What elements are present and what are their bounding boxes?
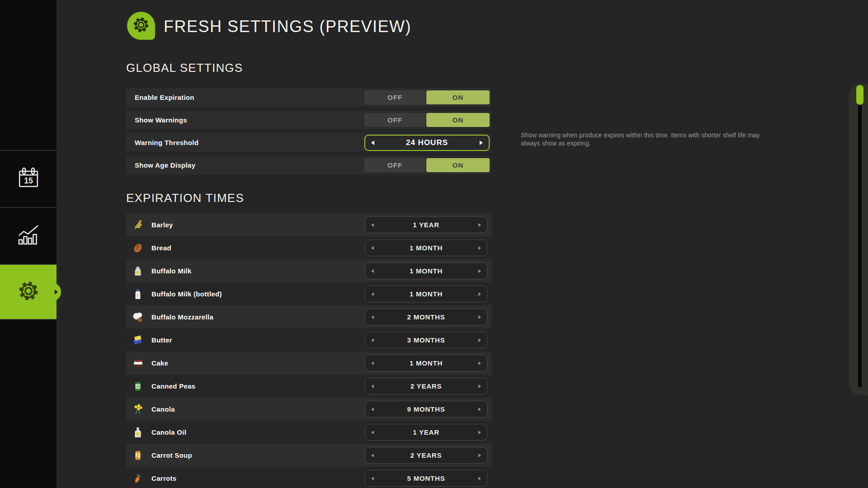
item-expiration-stepper[interactable]: 1 MONTH <box>365 286 487 302</box>
item-expiration-stepper[interactable]: 3 MONTHS <box>365 332 487 348</box>
setting-row-enable-expiration: Enable Expiration OFF ON <box>126 88 491 107</box>
stepper-left-arrow-icon[interactable] <box>371 292 374 296</box>
list-item: Buffalo Milk 1 MONTH <box>126 259 491 282</box>
stepper-value: 2 MONTHS <box>407 313 445 321</box>
stepper-left-arrow-icon[interactable] <box>371 315 374 319</box>
list-item: Canola 9 MONTHS <box>126 398 491 421</box>
item-expiration-stepper[interactable]: 1 MONTH <box>365 263 487 279</box>
stepper-value: 1 MONTH <box>410 290 443 298</box>
bread-icon <box>132 242 144 254</box>
carrot-icon <box>132 473 144 484</box>
stepper-left-arrow-icon[interactable] <box>371 141 374 145</box>
item-label: Canola Oil <box>151 428 186 436</box>
stepper-right-arrow-icon[interactable] <box>478 454 481 457</box>
mozzarella-icon <box>132 311 144 323</box>
stepper-left-arrow-icon[interactable] <box>371 385 374 388</box>
show-warnings-toggle: OFF ON <box>364 113 490 127</box>
stepper-right-arrow-icon[interactable] <box>478 269 481 273</box>
stepper-right-arrow-icon[interactable] <box>478 292 481 296</box>
canned-peas-icon <box>132 380 144 392</box>
item-expiration-stepper[interactable]: 5 MONTHS <box>365 470 487 487</box>
stepper-right-arrow-icon[interactable] <box>480 141 483 145</box>
stepper-value: 9 MONTHS <box>407 405 445 413</box>
stepper-value: 1 YEAR <box>413 428 439 436</box>
gear-icon <box>131 14 151 37</box>
stepper-left-arrow-icon[interactable] <box>371 477 374 480</box>
toggle-on-button[interactable]: ON <box>426 113 490 127</box>
setting-row-show-warnings: Show Warnings OFF ON <box>126 111 491 129</box>
stepper-value: 1 MONTH <box>410 359 443 367</box>
sidebar-tab-statistics[interactable] <box>0 207 57 263</box>
item-expiration-stepper[interactable]: 1 YEAR <box>365 424 487 441</box>
stepper-right-arrow-icon[interactable] <box>478 431 481 434</box>
setting-row-show-age-display: Show Age Display OFF ON <box>126 156 491 174</box>
stepper-left-arrow-icon[interactable] <box>371 454 374 457</box>
expiration-list: Barley 1 YEAR Bread 1 MONTH Buffalo Milk… <box>126 213 491 488</box>
item-expiration-stepper[interactable]: 9 MONTHS <box>365 401 487 418</box>
active-tab-arrow-icon <box>55 290 58 294</box>
setting-label: Show Warnings <box>126 116 187 124</box>
toggle-on-button[interactable]: ON <box>426 90 490 104</box>
item-label: Buffalo Mozzarella <box>151 313 213 321</box>
item-label: Canola <box>151 405 175 413</box>
stepper-value: 1 YEAR <box>413 221 439 229</box>
setting-tooltip-text: Show warning when produce expires within… <box>521 131 776 147</box>
stepper-right-arrow-icon[interactable] <box>478 223 481 227</box>
stepper-left-arrow-icon[interactable] <box>371 223 374 227</box>
item-expiration-stepper[interactable]: 1 MONTH <box>365 239 487 256</box>
show-age-display-toggle: OFF ON <box>364 158 490 172</box>
scroll-panel <box>849 84 868 395</box>
sidebar-tab-calendar[interactable]: 15 <box>0 150 57 206</box>
item-expiration-stepper[interactable]: 2 YEARS <box>365 447 487 464</box>
stepper-right-arrow-icon[interactable] <box>478 246 481 250</box>
item-label: Buffalo Milk (bottled) <box>151 290 222 298</box>
toggle-off-button[interactable]: OFF <box>364 113 425 127</box>
stepper-right-arrow-icon[interactable] <box>478 315 481 319</box>
item-label: Barley <box>151 221 173 229</box>
item-expiration-stepper[interactable]: 1 MONTH <box>365 355 487 371</box>
list-item: Buffalo Milk (bottled) 1 MONTH <box>126 282 491 305</box>
expiration-times-heading: EXPIRATION TIMES <box>126 191 244 205</box>
sidebar-tab-settings-active[interactable] <box>0 264 57 320</box>
setting-row-warning-threshold: Warning Threshold 24 HOURS <box>126 133 491 152</box>
gear-icon <box>15 278 42 306</box>
calendar-day-label: 15 <box>24 176 33 185</box>
stepper-right-arrow-icon[interactable] <box>478 338 481 342</box>
item-expiration-stepper[interactable]: 2 YEARS <box>365 378 487 394</box>
toggle-off-button[interactable]: OFF <box>364 90 425 104</box>
stepper-left-arrow-icon[interactable] <box>371 408 374 411</box>
scrollbar-thumb[interactable] <box>856 85 863 105</box>
stepper-left-arrow-icon[interactable] <box>371 431 374 434</box>
stepper-right-arrow-icon[interactable] <box>478 408 481 411</box>
global-settings-heading: GLOBAL SETTINGS <box>126 61 243 75</box>
list-item: Carrots 5 MONTHS <box>126 467 491 488</box>
stepper-value: 5 MONTHS <box>407 474 445 482</box>
cake-icon <box>132 357 144 369</box>
list-item: Bread 1 MONTH <box>126 236 491 259</box>
item-expiration-stepper[interactable]: 1 YEAR <box>365 216 487 233</box>
stepper-left-arrow-icon[interactable] <box>371 269 374 273</box>
setting-label: Warning Threshold <box>126 139 198 146</box>
stepper-right-arrow-icon[interactable] <box>478 477 481 480</box>
bar-chart-icon <box>16 222 41 249</box>
item-expiration-stepper[interactable]: 2 MONTHS <box>365 309 487 325</box>
stepper-left-arrow-icon[interactable] <box>371 338 374 342</box>
item-label: Carrot Soup <box>151 451 192 459</box>
item-label: Canned Peas <box>151 382 196 390</box>
oil-jug-icon <box>132 427 144 438</box>
stepper-left-arrow-icon[interactable] <box>371 246 374 250</box>
toggle-on-button[interactable]: ON <box>426 158 490 172</box>
soup-can-icon <box>132 450 144 461</box>
stepper-value: 2 YEARS <box>410 451 442 459</box>
stepper-right-arrow-icon[interactable] <box>478 361 481 365</box>
page-icon-badge <box>127 12 155 40</box>
toggle-off-button[interactable]: OFF <box>364 158 425 172</box>
warning-threshold-stepper[interactable]: 24 HOURS <box>364 135 490 151</box>
stepper-right-arrow-icon[interactable] <box>478 385 481 388</box>
stepper-value: 1 MONTH <box>410 267 443 275</box>
item-label: Butter <box>151 336 172 344</box>
stepper-left-arrow-icon[interactable] <box>371 361 374 365</box>
scrollbar-track[interactable] <box>858 88 862 387</box>
list-item: Canned Peas 2 YEARS <box>126 375 491 398</box>
item-label: Buffalo Milk <box>151 267 192 275</box>
